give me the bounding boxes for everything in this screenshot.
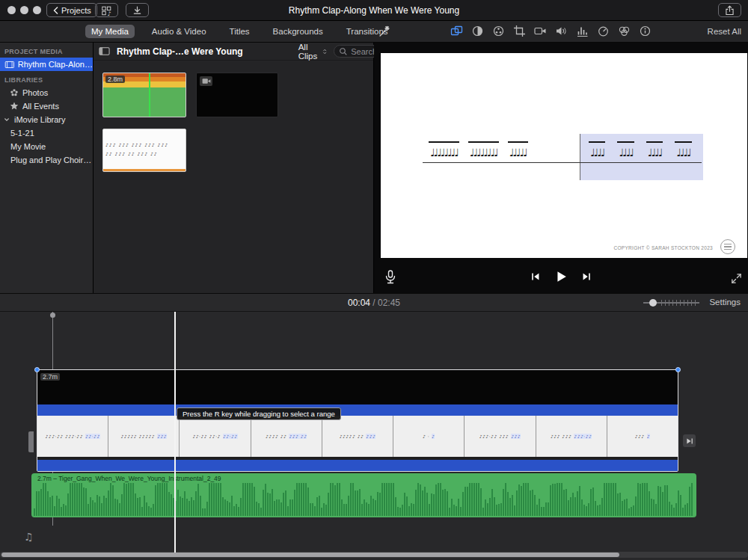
media-tabs: My Media Audio & Video Titles Background…: [85, 25, 394, 38]
volume-icon[interactable]: [555, 25, 568, 37]
mini-notation-row: ♪♪♪ ♪♪♪ ♪♪♪ ♪♪♪ ♪♪♪: [105, 143, 183, 147]
clip-video-band[interactable]: 2.7m: [37, 370, 678, 404]
beamed-note-group: ♩♩♩♩♩♩♩♩: [468, 141, 499, 163]
time-display: 00:04 / 02:45: [0, 298, 748, 308]
zoom-slider-thumb[interactable]: [649, 299, 657, 307]
notation-strip: ♪♪♪·♪♪ ♪♪♪·♪♪♪♪·♪♪♪♪♪♪♪ ♪♪♪♪♪♪♪♪♪♪·♪♪ ♪♪…: [37, 416, 678, 457]
enhance-wand-icon[interactable]: [378, 25, 391, 38]
tab-titles[interactable]: Titles: [224, 25, 256, 38]
color-correction-icon[interactable]: [471, 25, 484, 37]
previous-frame-button[interactable]: [530, 271, 542, 283]
zoom-slider-ticks: [661, 300, 699, 306]
noise-reduction-icon[interactable]: [576, 25, 589, 37]
notation-cell[interactable]: ♪♪♪♪♪ ♪♪♪♪♪♪♪♪: [108, 416, 180, 457]
beamed-note-group: ♩♩♩♩: [617, 141, 634, 163]
tab-my-media[interactable]: My Media: [85, 25, 135, 38]
clip-filter-dropdown[interactable]: All Clips: [298, 43, 328, 61]
timeline-video-clip[interactable]: 2.7m ♪♪♪·♪♪ ♪♪♪·♪♪♪♪·♪♪♪♪♪♪♪ ♪♪♪♪♪♪♪♪♪♪·…: [37, 369, 678, 472]
timeline-zoom-slider[interactable]: [643, 302, 699, 304]
notation-cell[interactable]: ♪♪♪♪: [607, 416, 678, 457]
clip-trim-handle[interactable]: [28, 431, 34, 452]
selection-handle-left[interactable]: [34, 367, 40, 372]
sidebar-item-imovie-library[interactable]: iMovie Library: [0, 113, 93, 126]
sidebar-item-label: Photos: [22, 88, 48, 97]
music-note-icon: ♫: [24, 531, 34, 543]
effects-icon[interactable]: [618, 25, 631, 37]
viewer: ♩♩♩♩♩♩♩♩♩♩♩♩♩♩♩♩♩♩♩♩♩ ♩♩♩♩♩♩♩♩♩♩♩♩♩♩♩♩ C…: [374, 43, 748, 293]
tab-backgrounds[interactable]: Backgrounds: [267, 25, 329, 38]
adjustment-icon-row: [450, 25, 652, 37]
color-balance-icon[interactable]: [450, 25, 463, 37]
next-frame-button[interactable]: [580, 271, 592, 283]
window-title: Rhythm Clap-Along When We Were Young: [0, 5, 748, 16]
info-icon[interactable]: [639, 25, 652, 37]
play-button[interactable]: [554, 269, 568, 284]
media-clip-thumbnail-black[interactable]: [196, 73, 278, 117]
notation-cell[interactable]: ♪♪♪♪ ♪♪♪♪♪ ♪♪: [251, 416, 322, 457]
stabilization-camera-icon[interactable]: [534, 25, 547, 37]
range-select-tooltip: Press the R key while dragging to select…: [177, 407, 341, 420]
thumbnail-skimmer-line: [149, 73, 150, 117]
skimmer-handle[interactable]: [50, 313, 55, 318]
clip-blue-bar-bottom: [37, 460, 678, 471]
fullscreen-icon[interactable]: [731, 273, 742, 284]
beamed-note-group: ♩♩♩♩: [646, 141, 663, 163]
notation-cell[interactable]: ♪♪♪·♪♪ ♪♪♪·♪♪♪♪·♪♪: [37, 416, 108, 457]
notation-cell[interactable]: ♪♪♪·♪♪ ♪♪♪♪♪♪: [465, 416, 536, 457]
notation-cell[interactable]: ♪♪·♪♪ ♪♪·♪♪♪·♪♪: [180, 416, 251, 457]
sidebar-item-plug-and-play[interactable]: Plug and Play Choir…: [0, 153, 93, 167]
beamed-note-group: ♩♩♩♩♩: [508, 141, 528, 163]
transport-controls: [374, 269, 748, 284]
playhead[interactable]: [174, 312, 176, 553]
horizontal-scrollbar-thumb[interactable]: [1, 553, 619, 557]
clip-duration-badge: 2.8m: [105, 76, 125, 83]
notation-cell[interactable]: ♪♪♪♪♪ ♪♪♪♪♪: [322, 416, 393, 457]
notation-cell[interactable]: ♪ ·♪: [393, 416, 465, 457]
sidebar-item-5-1-21[interactable]: 5-1-21: [0, 126, 93, 140]
media-clip-thumbnail-video[interactable]: 2.8m: [102, 73, 186, 117]
timeline[interactable]: 2.7m ♪♪♪·♪♪ ♪♪♪·♪♪♪♪·♪♪♪♪♪♪♪ ♪♪♪♪♪♪♪♪♪♪·…: [0, 312, 748, 560]
selection-handle-right[interactable]: [675, 367, 681, 372]
media-browser-header: Rhythm Clap-…e Were Young All Clips: [94, 43, 373, 61]
speed-icon[interactable]: [597, 25, 610, 37]
updown-chevron-icon: [322, 46, 328, 57]
project-media-header: PROJECT MEDIA: [0, 43, 93, 58]
pane-toggle-icon[interactable]: [98, 46, 111, 57]
sidebar-item-my-movie[interactable]: My Movie: [0, 140, 93, 153]
notation-cell[interactable]: ♪♪♪ ♪♪♪♪♪♪·♪♪: [536, 416, 607, 457]
music-notation-strip: ♩♩♩♩♩♩♩♩♩♩♩♩♩♩♩♩♩♩♩♩♩ ♩♩♩♩♩♩♩♩♩♩♩♩♩♩♩♩: [423, 134, 703, 180]
beamed-note-group: ♩♩♩♩♩♩♩♩: [429, 141, 459, 163]
tab-audio-video[interactable]: Audio & Video: [146, 25, 212, 38]
audio-indicator-bar: [103, 169, 186, 171]
libraries-header: LIBRARIES: [0, 71, 93, 86]
crop-icon[interactable]: [513, 25, 526, 37]
timeline-audio-clip[interactable]: 2.7m – Tiger_Gang_When_We_Were_Young_Ins…: [31, 473, 696, 517]
jump-to-end-button[interactable]: [683, 434, 696, 447]
sidebar-item-label: All Events: [22, 102, 59, 111]
audio-waveform: [34, 481, 694, 516]
time-separator: /: [370, 298, 378, 308]
sidebar-item-photos[interactable]: Photos: [0, 86, 93, 99]
titlebar: Projects ♪ Rhythm Clap-Along When We Wer…: [0, 0, 748, 21]
timeline-settings-button[interactable]: Settings: [709, 298, 741, 307]
media-clip-thumbnail-notation[interactable]: ♪♪♪ ♪♪♪ ♪♪♪ ♪♪♪ ♪♪♪ ♪♪ ♪♪♪ ♪♪ ♪♪♪ ♪♪: [102, 129, 186, 172]
current-time: 00:04: [348, 298, 370, 308]
media-browser: Rhythm Clap-…e Were Young All Clips 2.8m: [94, 43, 374, 293]
total-time: 02:45: [378, 298, 400, 308]
copyright-text: COPYRIGHT © SARAH STOCKTON 2023: [613, 245, 713, 250]
video-frame[interactable]: ♩♩♩♩♩♩♩♩♩♩♩♩♩♩♩♩♩♩♩♩♩ ♩♩♩♩♩♩♩♩♩♩♩♩♩♩♩♩ C…: [381, 53, 747, 258]
sidebar-item-all-events[interactable]: All Events: [0, 99, 93, 113]
share-button[interactable]: [718, 3, 741, 17]
clip-duration-badge: 2.7m: [40, 373, 60, 381]
reset-all-button[interactable]: Reset All: [708, 27, 741, 36]
photos-flower-icon: [9, 87, 19, 98]
sidebar-item-label: iMovie Library: [14, 115, 65, 124]
beamed-note-group: ♩♩♩♩: [589, 141, 605, 163]
sidebar-item-project[interactable]: Rhythm Clap-Alon…: [0, 58, 93, 71]
browser-title: Rhythm Clap-…e Were Young: [117, 46, 243, 57]
beamed-note-group: ♩♩♩♩: [675, 141, 691, 163]
sidebar-item-label: My Movie: [10, 142, 46, 151]
disclosure-chevron-icon[interactable]: [2, 115, 11, 124]
share-icon: [724, 4, 735, 16]
color-wheel-icon[interactable]: [492, 25, 505, 37]
